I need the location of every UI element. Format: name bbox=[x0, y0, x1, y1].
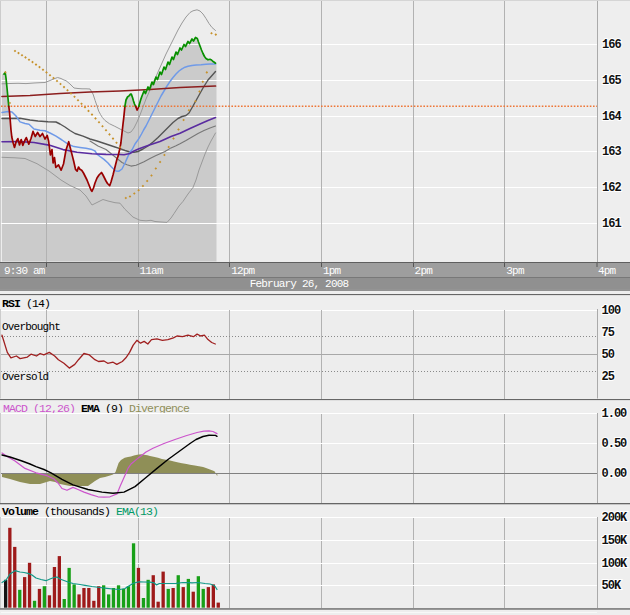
svg-text:MACD (12,26) EMA (9) Divergenc: MACD (12,26) EMA (9) Divergence bbox=[3, 402, 190, 415]
svg-text:3pm: 3pm bbox=[506, 265, 525, 277]
svg-text:RSI (14): RSI (14) bbox=[2, 297, 50, 310]
svg-text:Volume (thousands) EMA(13): Volume (thousands) EMA(13) bbox=[2, 505, 158, 518]
svg-text:164: 164 bbox=[602, 110, 621, 124]
svg-text:1.00: 1.00 bbox=[602, 407, 628, 421]
svg-text:50: 50 bbox=[602, 348, 615, 362]
svg-text:Overbought: Overbought bbox=[2, 321, 60, 333]
svg-text:12pm: 12pm bbox=[231, 265, 255, 277]
svg-text:11am: 11am bbox=[140, 265, 164, 277]
svg-text:February 26, 2008: February 26, 2008 bbox=[250, 278, 349, 290]
svg-text:162: 162 bbox=[602, 181, 621, 195]
svg-text:0.50: 0.50 bbox=[602, 437, 628, 451]
svg-text:100K: 100K bbox=[602, 557, 629, 571]
svg-text:165: 165 bbox=[602, 74, 621, 88]
svg-text:200K: 200K bbox=[602, 511, 629, 525]
svg-text:75: 75 bbox=[602, 326, 615, 340]
svg-text:166: 166 bbox=[602, 38, 621, 52]
svg-text:9:30 am: 9:30 am bbox=[4, 265, 46, 277]
svg-text:161: 161 bbox=[602, 217, 621, 231]
svg-text:Oversold: Oversold bbox=[2, 371, 49, 383]
svg-text:2pm: 2pm bbox=[415, 265, 434, 277]
svg-text:1pm: 1pm bbox=[323, 265, 342, 277]
svg-text:100: 100 bbox=[602, 304, 621, 318]
svg-text:25: 25 bbox=[602, 370, 615, 384]
svg-text:50K: 50K bbox=[602, 579, 622, 593]
svg-text:150K: 150K bbox=[602, 534, 629, 548]
svg-text:0.00: 0.00 bbox=[602, 467, 628, 481]
svg-text:163: 163 bbox=[602, 145, 621, 159]
svg-text:4pm: 4pm bbox=[598, 265, 617, 277]
